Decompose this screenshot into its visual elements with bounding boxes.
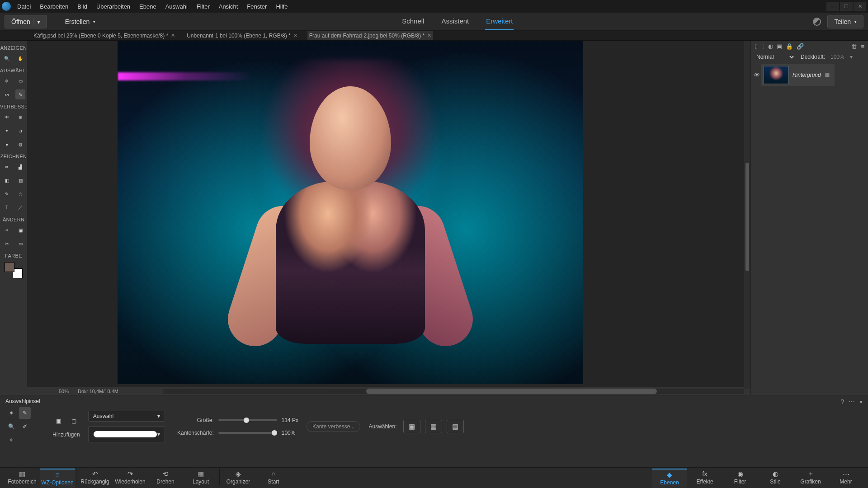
panel-menu-icon[interactable]: ⋯	[849, 398, 855, 405]
vertical-scrollbar[interactable]	[745, 163, 749, 271]
horizontal-scrollbar[interactable]	[163, 389, 744, 394]
pencil-tool-icon[interactable]: ／	[15, 202, 25, 212]
quick-select-tool-icon[interactable]: ✎	[15, 89, 25, 99]
eraser-tool-icon[interactable]: ◧	[2, 175, 12, 185]
add-to-selection-icon[interactable]: ▣	[52, 415, 64, 427]
document-tab[interactable]: Frau auf dem Fahrrad-2.jpeg bei 50% (RGB…	[307, 31, 433, 40]
theme-toggle-icon[interactable]	[811, 16, 823, 27]
marquee-tool-icon[interactable]: ▭	[15, 76, 25, 86]
help-icon[interactable]: ?	[840, 398, 844, 405]
bottom-mehr[interactable]: ⋯Mehr	[828, 469, 863, 488]
selection-type-dropdown[interactable]: Auswahl▾	[88, 411, 165, 422]
hand-tool-icon[interactable]: ✋	[15, 53, 25, 63]
brush-preset-dropdown[interactable]: ▾	[88, 426, 165, 442]
bottom-filter[interactable]: ◉Filter	[722, 469, 758, 488]
lock-icon[interactable]: 🔒	[786, 43, 793, 50]
smart-brush-tool-icon[interactable]: ✦	[2, 126, 12, 136]
panel-menu-icon[interactable]: ≡	[861, 43, 864, 50]
hardness-slider[interactable]	[218, 432, 277, 434]
visibility-toggle-icon[interactable]: 👁	[754, 71, 760, 79]
gradient-tool-icon[interactable]: ▥	[15, 175, 25, 185]
foreground-color[interactable]	[5, 262, 14, 272]
bottom-wzoptionen[interactable]: ≡WZ-Optionen	[40, 469, 75, 488]
select-subject-icon[interactable]: ▣	[403, 420, 420, 433]
open-button[interactable]: Öffnen ▾	[5, 15, 47, 28]
clone-stamp-tool-icon[interactable]: ⊿	[15, 126, 25, 136]
bottom-organizer[interactable]: ◈Organizer	[221, 469, 256, 488]
menu-ebene[interactable]: Ebene	[136, 1, 160, 12]
bottom-rueckgaengig[interactable]: ↶Rückgängig	[77, 469, 113, 488]
selection-brush-a-icon[interactable]: ✶	[5, 407, 17, 419]
new-group-icon[interactable]: ▯	[761, 43, 764, 50]
bottom-grafiken[interactable]: ＋Grafiken	[793, 469, 828, 488]
selection-brush-b-icon[interactable]: ✎	[19, 407, 31, 419]
sponge-tool-icon[interactable]: ◍	[15, 139, 25, 149]
menu-hilfe[interactable]: Hilfe	[272, 1, 291, 12]
bottom-layout[interactable]: ▦Layout	[183, 469, 218, 488]
selection-brush-c-icon[interactable]: 🔍	[5, 421, 17, 432]
close-icon[interactable]: ✕	[171, 33, 175, 38]
bottom-fotobereich[interactable]: ▥Fotobereich	[5, 469, 40, 488]
adjustment-layer-icon[interactable]: ◐	[768, 43, 773, 50]
menu-filter[interactable]: Filter	[193, 1, 213, 12]
selection-brush-e-icon[interactable]: ✧	[5, 434, 17, 446]
menu-ueberarbeiten[interactable]: Überarbeiten	[93, 1, 134, 12]
menu-bild[interactable]: Bild	[74, 1, 91, 12]
bottom-effekte[interactable]: fxEffekte	[687, 469, 722, 488]
trash-icon[interactable]: 🗑	[851, 43, 857, 50]
straighten-tool-icon[interactable]: ▭	[15, 239, 25, 249]
layer-row[interactable]: Hintergrund ▦	[761, 64, 835, 86]
document-canvas[interactable]	[118, 41, 583, 384]
bottom-drehen[interactable]: ⟲Drehen	[148, 469, 183, 488]
bottom-wiederholen[interactable]: ↷Wiederholen	[113, 469, 148, 488]
blend-mode-select[interactable]: Normal	[755, 53, 795, 61]
zoom-tool-icon[interactable]: 🔍	[2, 53, 12, 63]
refine-edge-button[interactable]: Kante verbesse...	[307, 421, 360, 432]
new-layer-icon[interactable]: ▯	[755, 43, 758, 50]
blur-tool-icon[interactable]: ●	[2, 139, 12, 149]
selection-brush-d-icon[interactable]: ✐	[19, 421, 31, 432]
size-value[interactable]: 114 Px	[282, 417, 298, 423]
chevron-down-icon[interactable]: ▾	[850, 54, 853, 60]
size-slider[interactable]	[218, 419, 277, 421]
zoom-level[interactable]: 50%	[59, 389, 69, 394]
redeye-tool-icon[interactable]: 👁	[2, 112, 12, 122]
share-button[interactable]: Teilen ▾	[827, 15, 863, 28]
crop-tool-icon[interactable]: ⌗	[2, 225, 12, 235]
paint-bucket-tool-icon[interactable]: ▟	[15, 162, 25, 172]
select-background-icon[interactable]: ▤	[447, 420, 464, 433]
close-icon[interactable]: ✕	[427, 33, 431, 38]
document-tab[interactable]: Unbenannt-1 bei 100% (Ebene 1, RGB/8) *✕	[185, 31, 299, 40]
window-minimize-icon[interactable]: —	[826, 2, 839, 11]
document-tab[interactable]: Käfig.psd bei 25% (Ebene 0 Kopie 5, Eben…	[32, 31, 177, 40]
content-move-tool-icon[interactable]: ✂	[2, 239, 12, 249]
bottom-ebenen[interactable]: ◆Ebenen	[652, 469, 687, 488]
lock-icon[interactable]: ▦	[825, 71, 832, 79]
color-swatch[interactable]	[5, 262, 23, 278]
lasso-tool-icon[interactable]: ᔕ	[2, 89, 12, 99]
mode-assistent[interactable]: Assistent	[440, 13, 470, 30]
eyedropper-tool-icon[interactable]: ✎	[2, 189, 12, 199]
bottom-stile[interactable]: ◐Stile	[758, 469, 793, 488]
hardness-value[interactable]: 100%	[282, 430, 296, 436]
shape-tool-icon[interactable]: ☆	[15, 189, 25, 199]
menu-ansicht[interactable]: Ansicht	[215, 1, 242, 12]
layer-name[interactable]: Hintergrund	[793, 72, 821, 78]
layer-thumbnail[interactable]	[764, 66, 789, 84]
select-sky-icon[interactable]: ▦	[425, 420, 442, 433]
move-tool-icon[interactable]: ✥	[2, 76, 12, 86]
window-maximize-icon[interactable]: ☐	[840, 2, 853, 11]
menu-fenster[interactable]: Fenster	[243, 1, 270, 12]
bottom-start[interactable]: ⌂Start	[256, 469, 291, 488]
collapse-icon[interactable]: ▾	[859, 398, 863, 405]
mask-icon[interactable]: ▣	[777, 43, 782, 50]
subtract-from-selection-icon[interactable]: ▢	[68, 415, 80, 427]
link-icon[interactable]: 🔗	[797, 43, 804, 50]
create-button[interactable]: Erstellen ▾	[59, 15, 102, 28]
window-close-icon[interactable]: ✕	[854, 2, 866, 11]
brush-tool-icon[interactable]: ✏	[2, 162, 12, 172]
text-tool-icon[interactable]: T	[2, 202, 12, 212]
menu-datei[interactable]: Datei	[14, 1, 34, 12]
opacity-value[interactable]: 100%	[830, 54, 844, 60]
mode-erweitert[interactable]: Erweitert	[485, 13, 514, 30]
